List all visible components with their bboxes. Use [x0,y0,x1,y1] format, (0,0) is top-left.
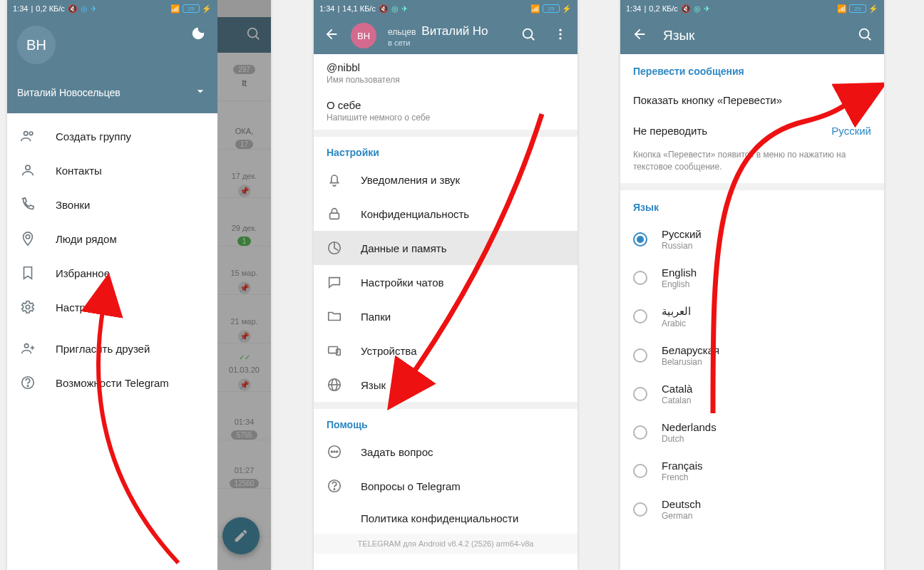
screenshot-language: 1:34 | 0,2 КБ/с 🔇 ◎ ✈ 📶 25 ⚡ Язык Переве… [620,0,884,570]
svg-point-11 [27,385,28,386]
language-option[interactable]: БеларускаяBelarusian [620,336,884,375]
radio-icon [633,425,647,440]
menu-label: Контакты [56,165,102,177]
data-icon [327,240,342,256]
about-row[interactable]: О себе Напишите немного о себе [314,92,578,130]
menu-label: Избранное [56,267,110,279]
user-avatar[interactable]: BH [17,26,56,64]
language-option[interactable]: EnglishEnglish [620,259,884,297]
row-faq[interactable]: Вопросы о Telegram [314,469,578,503]
battery-icon: 25 [183,4,200,13]
app-icon: ◎ [391,4,399,14]
row-data[interactable]: Данные и память [314,231,578,265]
battery-icon: 25 [849,4,866,13]
menu-invite[interactable]: Пригласить друзей [7,331,217,366]
svg-point-4 [26,165,30,170]
svg-line-13 [531,37,534,40]
language-option[interactable]: РусскийRussian [620,220,884,259]
svg-point-7 [24,344,29,348]
menu-nearby[interactable]: Люди рядом [7,222,217,256]
svg-point-15 [559,33,561,35]
menu-label: Звонки [56,199,90,211]
row-ask[interactable]: Задать вопрос [314,435,578,469]
menu-calls[interactable]: Звонки [7,187,217,222]
menu-new-group[interactable]: Создать группу [7,119,217,153]
svg-point-30 [860,28,869,38]
mute-icon: 🔇 [68,4,78,14]
status-time: 1:34 [319,4,334,13]
bookmark-icon [20,265,36,281]
language-option[interactable]: FrançaisFrench [620,452,884,490]
language-list: РусскийRussian EnglishEnglish العربيةAra… [620,220,884,529]
language-option[interactable]: NederlandsDutch [620,413,884,452]
radio-icon [633,502,647,517]
section-title-settings: Настройки [314,137,578,162]
telegram-icon: ✈ [91,4,97,14]
charging-icon: ⚡ [562,4,572,14]
toggle-switch[interactable] [847,93,871,106]
mute-icon: 🔇 [379,4,389,14]
charging-icon: ⚡ [202,4,212,14]
menu-contacts[interactable]: Контакты [7,153,217,187]
radio-icon [633,309,647,323]
avatar-initials: BH [26,37,46,53]
user-name: Виталий Новосельцев [17,87,120,98]
menu-label: Создать группу [56,130,131,142]
row-language[interactable]: Язык [314,368,578,402]
row-privacy-policy[interactable]: Политика конфиденциальности [314,503,578,534]
radio-icon [633,271,647,285]
menu-label: Люди рядом [56,233,117,245]
row-chat-settings[interactable]: Настройки чатов [314,265,578,299]
status-bar: 1:34 | 14,1 КБ/с 🔇 ◎ ✈ 📶 25 ⚡ [314,0,578,17]
mute-icon: 🔇 [681,4,691,14]
translate-hint: Кнопка «Перевести» появится в меню по на… [620,146,884,183]
status-net: 0,2 КБ/с [649,4,678,13]
globe-icon [327,377,342,393]
profile-avatar[interactable]: BH [351,23,376,48]
expand-icon[interactable] [193,84,207,100]
chat-icon [327,274,342,290]
row-privacy[interactable]: Конфиденциальность [314,197,578,231]
language-option[interactable]: CatalàCatalan [620,375,884,413]
radio-icon [633,232,647,247]
person-icon [20,162,36,178]
svg-point-27 [337,451,338,452]
menu-features[interactable]: Возможности Telegram [7,366,217,400]
svg-point-6 [26,305,30,309]
language-option[interactable]: DeutschGerman [620,490,884,529]
phone-icon [20,197,36,212]
battery-icon: 25 [543,4,560,13]
username-row[interactable]: @nibbl Имя пользователя [314,54,578,92]
gear-icon [20,299,36,315]
more-icon[interactable] [553,27,568,44]
menu-saved[interactable]: Избранное [7,256,217,290]
svg-point-25 [331,451,332,452]
row-notifications[interactable]: Уведомления и звук [314,162,578,197]
status-bar: 1:34 | 0,2 КБ/с 🔇 ◎ ✈ 📶 25 ⚡ [7,0,217,17]
radio-icon [633,348,647,363]
row-devices[interactable]: Устройства [314,333,578,368]
back-icon[interactable] [632,26,647,46]
menu-settings[interactable]: Настройки [7,290,217,324]
status-net: 14,1 КБ/с [342,4,376,13]
status-time: 1:34 [626,4,641,13]
search-icon[interactable] [520,26,536,45]
row-folders[interactable]: Папки [314,299,578,333]
status-time: 1:34 [13,4,28,13]
search-icon[interactable] [857,26,873,46]
folder-icon [327,309,342,324]
status-bar: 1:34 | 0,2 КБ/с 🔇 ◎ ✈ 📶 25 ⚡ [620,0,884,17]
telegram-icon: ✈ [704,4,710,14]
screenshot-drawer: 297 It ОКА, 17 17 дек. 📌 29 дек. 1 15 ма… [7,0,271,570]
language-option[interactable]: العربيةArabic [620,297,884,336]
screenshot-settings: 1:34 | 14,1 КБ/с 🔇 ◎ ✈ 📶 25 ⚡ BH ельцев … [314,0,578,570]
row-show-translate[interactable]: Показать кнопку «Перевести» [620,84,884,115]
theme-toggle-icon[interactable] [190,26,206,44]
back-icon[interactable] [324,26,339,45]
row-dont-translate[interactable]: Не переводить Русский [620,115,884,146]
drawer-menu: Создать группу Контакты Звонки Люди рядо… [7,113,217,405]
lock-icon [327,206,342,222]
svg-point-12 [523,29,533,38]
svg-point-2 [24,132,29,136]
language-header: Язык [620,17,884,54]
